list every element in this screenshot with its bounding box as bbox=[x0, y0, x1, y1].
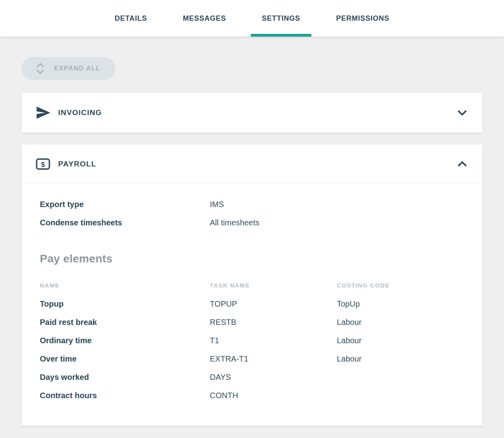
tab-bar: DETAILS MESSAGES SETTINGS PERMISSIONS bbox=[0, 0, 504, 37]
payroll-section-header[interactable]: $ PAYROLL bbox=[21, 145, 483, 184]
tab-messages[interactable]: MESSAGES bbox=[172, 0, 237, 37]
pay-element-name: Paid rest break bbox=[40, 317, 210, 328]
chevron-up-icon[interactable] bbox=[455, 159, 469, 169]
pay-element-costing-code bbox=[337, 390, 464, 401]
payroll-section: $ PAYROLL Export type IMS Condense times… bbox=[21, 145, 483, 426]
pay-element-costing-code: Labour bbox=[337, 335, 464, 346]
setting-row-condense-timesheets: Condense timesheets All timesheets bbox=[40, 217, 464, 228]
expand-all-label: EXPAND ALL bbox=[54, 65, 100, 72]
column-header-costing-code: COSTING CODE bbox=[337, 282, 464, 289]
pay-element-task-name: RESTB bbox=[210, 317, 337, 328]
pay-element-costing-code: Labour bbox=[337, 317, 464, 328]
paper-plane-icon bbox=[36, 106, 58, 119]
invoicing-section-title: INVOICING bbox=[58, 108, 102, 117]
table-row: Paid rest break RESTB Labour bbox=[40, 317, 464, 328]
setting-row-export-type: Export type IMS bbox=[40, 199, 464, 210]
table-row: Contract hours CONTH bbox=[40, 390, 464, 401]
pay-element-name: Contract hours bbox=[40, 390, 210, 401]
pay-element-task-name: DAYS bbox=[210, 372, 337, 383]
pay-element-task-name: CONTH bbox=[210, 390, 337, 401]
tab-details-label: DETAILS bbox=[115, 14, 147, 23]
table-row: Topup TOPUP TopUp bbox=[40, 298, 464, 309]
chevron-down-icon[interactable] bbox=[455, 108, 469, 117]
expand-all-button[interactable]: EXPAND ALL bbox=[21, 57, 115, 80]
pay-element-task-name: EXTRA-T1 bbox=[210, 353, 337, 364]
setting-label: Export type bbox=[40, 199, 210, 210]
tab-permissions[interactable]: PERMISSIONS bbox=[325, 0, 400, 37]
dollar-bill-icon: $ bbox=[36, 158, 58, 170]
svg-text:$: $ bbox=[41, 160, 45, 168]
pay-element-costing-code bbox=[337, 372, 464, 383]
tab-permissions-label: PERMISSIONS bbox=[336, 14, 389, 23]
pay-element-costing-code: TopUp bbox=[337, 298, 464, 309]
table-row: Ordinary time T1 Labour bbox=[40, 335, 464, 346]
pay-elements-table: NAME TASK NAME COSTING CODE Topup TOPUP … bbox=[40, 282, 464, 401]
pay-element-name: Days worked bbox=[40, 372, 210, 383]
pay-elements-heading: Pay elements bbox=[40, 252, 464, 266]
column-header-name: NAME bbox=[40, 282, 210, 289]
setting-label: Condense timesheets bbox=[40, 217, 210, 228]
page: DETAILS MESSAGES SETTINGS PERMISSIONS EX… bbox=[0, 0, 504, 438]
pay-element-name: Over time bbox=[40, 353, 210, 364]
payroll-section-title: PAYROLL bbox=[58, 160, 96, 168]
settings-content: EXPAND ALL INVOICING bbox=[0, 37, 504, 426]
chevron-up-down-icon bbox=[35, 63, 45, 74]
setting-value: IMS bbox=[210, 199, 464, 210]
tab-settings[interactable]: SETTINGS bbox=[251, 0, 311, 37]
tabs: DETAILS MESSAGES SETTINGS PERMISSIONS bbox=[104, 0, 400, 37]
table-row: Over time EXTRA-T1 Labour bbox=[40, 353, 464, 364]
column-header-task-name: TASK NAME bbox=[210, 282, 337, 289]
pay-elements-header-row: NAME TASK NAME COSTING CODE bbox=[40, 282, 464, 289]
tab-messages-label: MESSAGES bbox=[183, 14, 226, 23]
pay-element-name: Ordinary time bbox=[40, 335, 210, 346]
table-row: Days worked DAYS bbox=[40, 372, 464, 383]
tab-settings-label: SETTINGS bbox=[262, 14, 300, 23]
pay-element-costing-code: Labour bbox=[337, 353, 464, 364]
pay-element-name: Topup bbox=[40, 298, 210, 309]
payroll-section-body: Export type IMS Condense timesheets All … bbox=[21, 184, 483, 426]
tab-details[interactable]: DETAILS bbox=[104, 0, 158, 37]
invoicing-section-header[interactable]: INVOICING bbox=[21, 93, 483, 133]
pay-element-task-name: TOPUP bbox=[210, 298, 337, 309]
pay-element-task-name: T1 bbox=[210, 335, 337, 346]
invoicing-section: INVOICING bbox=[21, 93, 483, 133]
setting-value: All timesheets bbox=[210, 217, 464, 228]
